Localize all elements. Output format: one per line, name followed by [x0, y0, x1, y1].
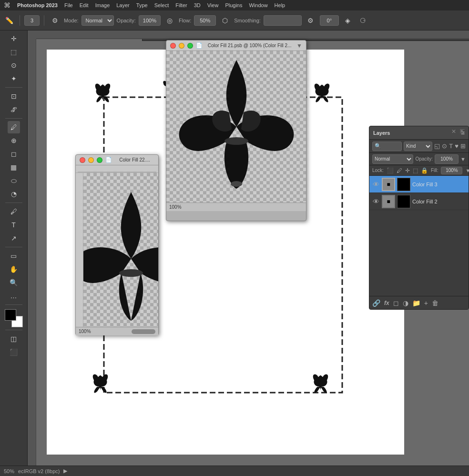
link-layers-btn[interactable]: 🔗 — [372, 299, 380, 307]
menu-view[interactable]: View — [207, 2, 219, 8]
menu-filter[interactable]: Filter — [175, 2, 187, 8]
menu-plugins[interactable]: Plugins — [225, 2, 242, 8]
brush-tool[interactable]: 🖊 — [8, 121, 20, 133]
airbrush-icon[interactable]: ◎ — [163, 14, 176, 27]
foreground-color[interactable] — [5, 309, 16, 321]
apple-logo: ⌘ — [4, 1, 10, 9]
opacity-input[interactable] — [139, 15, 161, 26]
eyedropper-tool[interactable]: 🖇 — [8, 103, 20, 116]
smoothing-input[interactable] — [264, 15, 302, 26]
color-profile: ecIRGB v2 (8bpc) — [18, 468, 60, 474]
fill-input[interactable] — [441, 167, 462, 174]
win2-scrollbar[interactable] — [132, 329, 155, 334]
move-tool[interactable]: ✛ — [8, 32, 20, 45]
win1-min[interactable] — [179, 43, 184, 49]
layers-icon2[interactable]: ⊙ — [442, 142, 447, 150]
fx-btn[interactable]: fx — [384, 300, 389, 306]
flow-adjust-icon[interactable]: ⬡ — [219, 14, 231, 27]
layers-kind-select[interactable]: Kind — [404, 142, 432, 151]
layers-panel-expand[interactable]: ⇱ — [460, 128, 465, 135]
quick-mask-icon[interactable]: ◫ — [8, 333, 20, 345]
layers-icon4[interactable]: ♥ — [455, 142, 459, 150]
blend-mode-select[interactable]: Normal Multiply Screen — [372, 154, 413, 164]
delete-layer-btn[interactable]: 🗑 — [432, 299, 438, 307]
menu-type[interactable]: Type — [136, 2, 148, 8]
win1-collapse-icon[interactable]: ▼ — [296, 42, 302, 49]
extra-tools[interactable]: … — [8, 290, 20, 302]
path-select-tool[interactable]: ↗ — [8, 232, 20, 244]
layers-panel-close[interactable]: ✕ — [451, 128, 456, 135]
mode-select[interactable]: Normal Multiply Screen — [82, 15, 114, 26]
brush-settings-icon[interactable]: ⚙ — [49, 14, 61, 27]
menu-layer[interactable]: Layer — [116, 2, 130, 8]
lasso-tool[interactable]: ⊙ — [8, 59, 20, 71]
lock-paint-icon[interactable]: 🖊 — [397, 167, 402, 174]
lock-transparent-icon[interactable]: ⬛ — [387, 167, 394, 174]
mask-btn[interactable]: ◻ — [393, 299, 399, 307]
layer1-visibility-icon[interactable]: 👁 — [372, 181, 380, 188]
marquee-tool[interactable]: ⬚ — [8, 46, 20, 58]
brush-size-input[interactable] — [24, 15, 40, 26]
win2-doc-icon: 📄 — [105, 157, 112, 163]
gradient-tool[interactable]: ▦ — [8, 161, 20, 173]
canvas-scroll[interactable]: // ruler ticks - inline not supported, d… — [28, 30, 469, 466]
win1-doc-icon: 📄 — [196, 42, 203, 49]
svg-point-4 — [231, 181, 242, 187]
shape-tool[interactable]: ▭ — [8, 250, 20, 262]
fill-arrow[interactable]: ▼ — [465, 168, 469, 173]
opacity-input[interactable] — [435, 154, 459, 164]
smoothing-settings-icon[interactable]: ⚙ — [305, 14, 317, 27]
zoom-tool[interactable]: 🔍 — [8, 276, 20, 289]
angle-input[interactable] — [320, 15, 339, 26]
menu-bar: ⌘ Photoshop 2023 File Edit Image Layer T… — [0, 0, 469, 10]
float-window-2[interactable]: 📄 Color Fill 22.... — [75, 154, 159, 335]
symmetry-icon[interactable]: ⚆ — [357, 14, 369, 27]
lock-all-icon[interactable]: 🔒 — [421, 167, 428, 174]
menu-edit[interactable]: Edit — [80, 2, 89, 8]
clone-tool[interactable]: ⊕ — [8, 134, 20, 147]
menu-image[interactable]: Image — [95, 2, 110, 8]
layer1-name: Color Fill 3 — [412, 182, 466, 187]
menu-window[interactable]: Window — [249, 2, 267, 8]
menu-select[interactable]: Select — [154, 2, 169, 8]
status-arrow[interactable]: ▶ — [63, 468, 67, 474]
menu-3d[interactable]: 3D — [194, 2, 201, 8]
layers-icon5[interactable]: ⊞ — [460, 142, 466, 150]
folder-btn[interactable]: 📁 — [412, 299, 420, 307]
menu-file[interactable]: File — [64, 2, 73, 8]
pen-tool[interactable]: 🖋 — [8, 205, 20, 218]
crop-tool[interactable]: ⊡ — [8, 90, 20, 102]
new-layer-btn[interactable]: + — [424, 299, 428, 307]
adjustment-btn[interactable]: ◑ — [403, 299, 408, 307]
float-window-1[interactable]: 📄 Color Fill 21.psb @ 100% (Color Fill 2… — [166, 40, 306, 221]
eraser-tool[interactable]: ◻ — [8, 148, 20, 160]
hand-tool[interactable]: ✋ — [8, 263, 20, 275]
layer-row-1[interactable]: 👁 ■ Color Fill 3 — [369, 176, 469, 193]
lock-move-icon[interactable]: ✛ — [405, 167, 410, 174]
brush-tool-icon[interactable]: ✏️ — [3, 14, 15, 27]
magic-wand-tool[interactable]: ✦ — [8, 72, 20, 85]
win2-close[interactable] — [80, 157, 85, 163]
layer2-visibility-icon[interactable]: 👁 — [372, 198, 380, 205]
screen-mode-icon[interactable]: ⬛ — [8, 346, 20, 358]
opacity-arrow[interactable]: ▼ — [460, 156, 466, 162]
layer2-thumb: ■ — [382, 195, 395, 208]
win2-min[interactable] — [88, 157, 94, 163]
layers-icon3[interactable]: T — [449, 142, 453, 150]
blur-tool[interactable]: ⬭ — [8, 174, 20, 187]
pressure-icon[interactable]: ◈ — [342, 14, 354, 27]
layers-icon1[interactable]: ◱ — [434, 142, 440, 150]
text-tool[interactable]: T — [8, 219, 20, 231]
win1-max[interactable] — [187, 43, 193, 49]
search-icon: 🔍 — [375, 143, 381, 149]
menu-help[interactable]: Help — [275, 2, 285, 8]
layer-row-2[interactable]: 👁 ■ Color Fill 2 — [369, 193, 469, 210]
lock-artboard-icon[interactable]: ⬚ — [413, 167, 418, 174]
win1-close[interactable] — [170, 43, 176, 49]
flow-input[interactable] — [194, 15, 216, 26]
win2-max[interactable] — [97, 157, 102, 163]
layer1-mask — [397, 178, 410, 191]
dodge-tool[interactable]: ◔ — [8, 188, 20, 200]
ruler-horizontal: // ruler ticks - inline not supported, d… — [36, 30, 469, 39]
color-swatches[interactable] — [5, 309, 23, 327]
